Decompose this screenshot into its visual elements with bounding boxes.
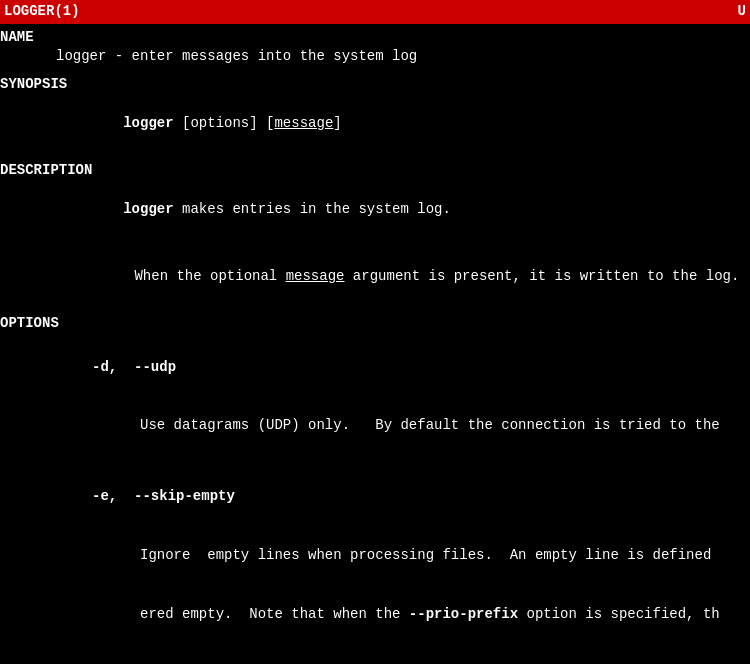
section-options: OPTIONS -d, --udp Use datagrams (UDP) on… [0, 314, 750, 664]
option-e-desc3: have any characters after the priority p… [0, 644, 750, 664]
synopsis-header: SYNOPSIS [0, 75, 750, 95]
title-right: U [738, 2, 746, 22]
content: NAME logger - enter messages into the sy… [0, 24, 750, 664]
synopsis-options: [options] [ [174, 115, 275, 131]
title-left: LOGGER(1) [4, 2, 80, 22]
synopsis-message: message [274, 115, 333, 131]
title-bar: LOGGER(1) U [0, 0, 750, 24]
option-e-desc2: ered empty. Note that when the --prio-pr… [0, 585, 750, 644]
description-logger: logger [123, 201, 173, 217]
synopsis-command: logger [123, 115, 173, 131]
terminal: LOGGER(1) U NAME logger - enter messages… [0, 0, 750, 664]
name-header: NAME [0, 28, 750, 48]
synopsis-close: ] [333, 115, 341, 131]
option-d-flag: -d, --udp [0, 338, 750, 397]
options-header: OPTIONS [0, 314, 750, 334]
description-line2: When the optional message argument is pr… [0, 248, 750, 307]
description-rest: makes entries in the system log. [174, 201, 451, 217]
section-name: NAME logger - enter messages into the sy… [0, 28, 750, 67]
option-d-desc: Use datagrams (UDP) only. By default the… [0, 397, 750, 456]
description-line2-pre: When the optional [67, 268, 285, 284]
option-e-flag: -e, --skip-empty [0, 467, 750, 526]
section-synopsis: SYNOPSIS logger [options] [message] [0, 75, 750, 153]
option-e-desc1: Ignore empty lines when processing files… [0, 526, 750, 585]
section-description: DESCRIPTION logger makes entries in the … [0, 161, 750, 306]
option-e: -e, --skip-empty Ignore empty lines when… [0, 467, 750, 664]
description-line2-post: argument is present, it is written to th… [344, 268, 750, 284]
name-content: logger - enter messages into the system … [0, 47, 750, 67]
synopsis-content: logger [options] [message] [0, 94, 750, 153]
description-header: DESCRIPTION [0, 161, 750, 181]
option-d: -d, --udp Use datagrams (UDP) only. By d… [0, 338, 750, 456]
description-message: message [286, 268, 345, 284]
description-line1: logger makes entries in the system log. [0, 181, 750, 240]
